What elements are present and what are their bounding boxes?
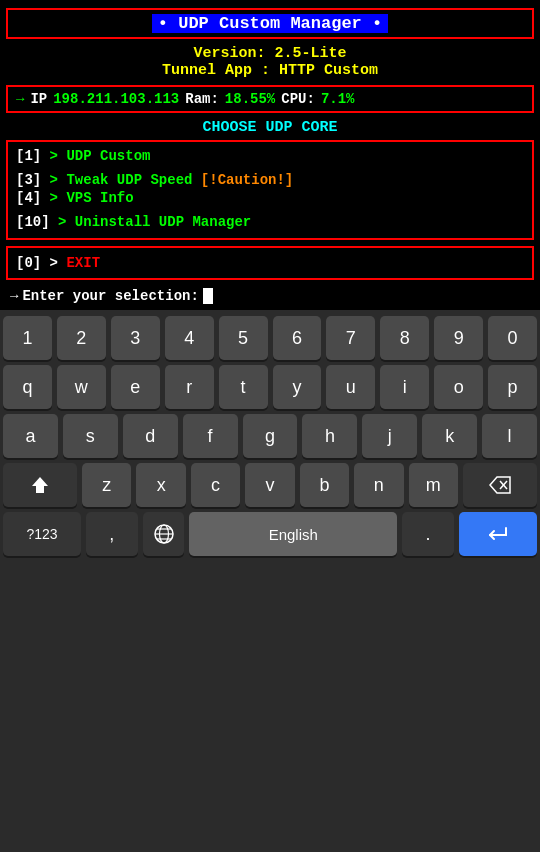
version-line1: Version: 2.5-Lite — [6, 45, 534, 62]
key-d[interactable]: d — [123, 414, 178, 458]
key-w[interactable]: w — [57, 365, 106, 409]
menu-item-10: [10] > Uninstall UDP Manager — [16, 214, 524, 230]
zxcv-row: z x c v b n m — [3, 463, 537, 507]
key-v[interactable]: v — [245, 463, 294, 507]
version-line2: Tunnel App : HTTP Custom — [6, 62, 534, 79]
exit-box: [0] > EXIT — [6, 246, 534, 280]
key-9[interactable]: 9 — [434, 316, 483, 360]
key-n[interactable]: n — [354, 463, 403, 507]
key-1[interactable]: 1 — [3, 316, 52, 360]
key-x[interactable]: x — [136, 463, 185, 507]
bottom-row: ?123 , English . — [3, 512, 537, 556]
input-arrow: → — [10, 288, 18, 304]
cpu-label: CPU: — [281, 91, 315, 107]
key-p[interactable]: p — [488, 365, 537, 409]
comma-key[interactable]: , — [86, 512, 138, 556]
return-key[interactable] — [459, 512, 537, 556]
key-8[interactable]: 8 — [380, 316, 429, 360]
shift-key[interactable] — [3, 463, 77, 507]
terminal-area: • UDP Custom Manager • Version: 2.5-Lite… — [0, 0, 540, 310]
key-f[interactable]: f — [183, 414, 238, 458]
key-3[interactable]: 3 — [111, 316, 160, 360]
key-c[interactable]: c — [191, 463, 240, 507]
keyboard: 1 2 3 4 5 6 7 8 9 0 q w e r t y u i o p … — [0, 310, 540, 852]
key-l[interactable]: l — [482, 414, 537, 458]
key-4[interactable]: 4 — [165, 316, 214, 360]
key-r[interactable]: r — [165, 365, 214, 409]
key-i[interactable]: i — [380, 365, 429, 409]
key-0[interactable]: 0 — [488, 316, 537, 360]
exit-label: EXIT — [66, 255, 100, 271]
key-u[interactable]: u — [326, 365, 375, 409]
info-box: → IP 198.211.103.113 Ram: 18.55% CPU: 7.… — [6, 85, 534, 113]
delete-icon — [489, 476, 511, 494]
menu-box: [1] > UDP Custom [3] > Tweak UDP Speed [… — [6, 140, 534, 240]
app-title: • UDP Custom Manager • — [152, 14, 388, 33]
version-block: Version: 2.5-Lite Tunnel App : HTTP Cust… — [6, 45, 534, 79]
key-2[interactable]: 2 — [57, 316, 106, 360]
key-t[interactable]: t — [219, 365, 268, 409]
key-h[interactable]: h — [302, 414, 357, 458]
shift-icon — [30, 475, 50, 495]
menu-item-4: [4] > VPS Info — [16, 190, 524, 206]
ram-label: Ram: — [185, 91, 219, 107]
key-s[interactable]: s — [63, 414, 118, 458]
asdf-row: a s d f g h j k l — [3, 414, 537, 458]
title-box: • UDP Custom Manager • — [6, 8, 534, 39]
menu-item-1: [1] > UDP Custom — [16, 148, 524, 164]
input-line: → Enter your selection: — [6, 288, 534, 304]
key-j[interactable]: j — [362, 414, 417, 458]
key-6[interactable]: 6 — [273, 316, 322, 360]
cursor — [203, 288, 213, 304]
symbols-key[interactable]: ?123 — [3, 512, 81, 556]
globe-key[interactable] — [143, 512, 185, 556]
key-g[interactable]: g — [243, 414, 298, 458]
period-key[interactable]: . — [402, 512, 454, 556]
key-e[interactable]: e — [111, 365, 160, 409]
space-key[interactable]: English — [189, 512, 397, 556]
key-k[interactable]: k — [422, 414, 477, 458]
menu-item-3: [3] > Tweak UDP Speed [!Caution!] — [16, 172, 524, 188]
qwerty-row: q w e r t y u i o p — [3, 365, 537, 409]
input-prompt: Enter your selection: — [22, 288, 198, 304]
arrow-icon: → — [16, 91, 24, 107]
choose-heading: CHOOSE UDP CORE — [6, 119, 534, 136]
key-a[interactable]: a — [3, 414, 58, 458]
key-b[interactable]: b — [300, 463, 349, 507]
globe-icon — [153, 523, 175, 545]
ram-value: 18.55% — [225, 91, 275, 107]
ip-label: IP — [30, 91, 47, 107]
key-m[interactable]: m — [409, 463, 458, 507]
cpu-value: 7.1% — [321, 91, 355, 107]
key-y[interactable]: y — [273, 365, 322, 409]
key-o[interactable]: o — [434, 365, 483, 409]
key-5[interactable]: 5 — [219, 316, 268, 360]
key-z[interactable]: z — [82, 463, 131, 507]
key-7[interactable]: 7 — [326, 316, 375, 360]
ip-value: 198.211.103.113 — [53, 91, 179, 107]
key-q[interactable]: q — [3, 365, 52, 409]
number-row: 1 2 3 4 5 6 7 8 9 0 — [3, 316, 537, 360]
svg-marker-0 — [32, 477, 48, 493]
return-icon — [486, 525, 510, 543]
delete-key[interactable] — [463, 463, 537, 507]
